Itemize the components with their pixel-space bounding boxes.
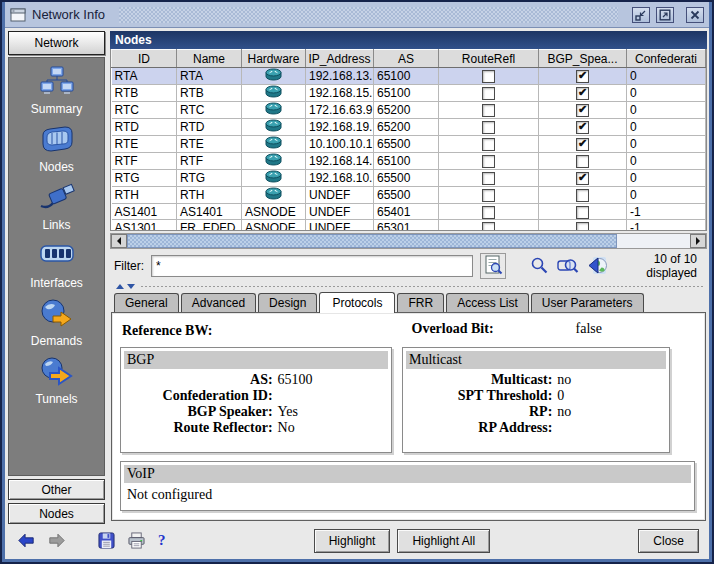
filter-input[interactable] (151, 255, 473, 277)
cell-confederation[interactable]: 0 (627, 102, 706, 119)
cell-route-refl[interactable] (439, 204, 539, 220)
table-row[interactable]: RTHRTH UNDEF655000 (112, 187, 706, 204)
column-header-ip-address[interactable]: IP_Address (306, 50, 374, 68)
cell-ip-address[interactable]: 192.168.13... (306, 68, 374, 85)
table-row[interactable]: RTFRTF 192.168.14...651000 (112, 153, 706, 170)
scroll-right-button[interactable] (690, 234, 706, 248)
checkbox-unchecked-icon[interactable] (576, 189, 589, 202)
cell-as[interactable]: 65500 (374, 136, 439, 153)
checkbox-unchecked-icon[interactable] (482, 138, 495, 151)
zoom-in-button[interactable] (528, 255, 550, 277)
cell-route-refl[interactable] (439, 153, 539, 170)
cell-ip-address[interactable]: 10.100.10.1 (306, 136, 374, 153)
cell-confederation[interactable]: -1 (627, 204, 706, 220)
tab-user-parameters[interactable]: User Parameters (531, 293, 644, 312)
cell-ip-address[interactable]: 192.168.15... (306, 85, 374, 102)
cell-name[interactable]: RTF (177, 153, 242, 170)
column-header-confederation[interactable]: Confederati (627, 50, 706, 68)
tab-design[interactable]: Design (258, 293, 317, 312)
cell-name[interactable]: RTD (177, 119, 242, 136)
cell-hardware[interactable] (242, 119, 306, 136)
scrollbar-thumb[interactable] (127, 234, 617, 248)
table-row[interactable]: RTDRTD 192.168.19...652000 (112, 119, 706, 136)
sidebar-item-interfaces[interactable]: Interfaces (9, 240, 104, 291)
cell-hardware[interactable]: ASNODE (242, 220, 306, 232)
shade-button[interactable] (632, 7, 650, 23)
nodes-view-button[interactable]: Nodes (8, 503, 105, 524)
cell-hardware[interactable] (242, 153, 306, 170)
table-row[interactable]: RTGRTG 192.168.10...655000 (112, 170, 706, 187)
cell-confederation[interactable]: 0 (627, 68, 706, 85)
cell-name[interactable]: RTG (177, 170, 242, 187)
cell-bgp-speaker[interactable] (539, 102, 627, 119)
cell-ip-address[interactable]: 192.168.10... (306, 170, 374, 187)
checkbox-unchecked-icon[interactable] (576, 155, 589, 168)
cell-name[interactable]: RTH (177, 187, 242, 204)
cell-as[interactable]: 65100 (374, 153, 439, 170)
cell-confederation[interactable]: 0 (627, 85, 706, 102)
network-button[interactable]: Network (8, 31, 105, 55)
checkbox-unchecked-icon[interactable] (482, 70, 495, 83)
cell-confederation[interactable]: 0 (627, 170, 706, 187)
table-row[interactable]: RTARTA 192.168.13...651000 (112, 68, 706, 85)
cell-id[interactable]: AS1401 (112, 204, 177, 220)
tab-protocols[interactable]: Protocols (319, 292, 395, 313)
cell-hardware[interactable] (242, 85, 306, 102)
cell-ip-address[interactable]: UNDEF (306, 204, 374, 220)
checkbox-unchecked-icon[interactable] (482, 189, 495, 202)
split-divider[interactable] (110, 282, 707, 291)
sidebar-item-summary[interactable]: Summary (9, 66, 104, 117)
cell-route-refl[interactable] (439, 136, 539, 153)
cell-name[interactable]: RTA (177, 68, 242, 85)
help-button[interactable]: ? (158, 532, 166, 549)
column-header-bgp-speaker[interactable]: BGP_Spea... (539, 50, 627, 68)
cell-confederation[interactable]: 0 (627, 136, 706, 153)
cell-route-refl[interactable] (439, 187, 539, 204)
other-button[interactable]: Other (8, 479, 105, 500)
cell-as[interactable]: 65301 (374, 220, 439, 232)
cell-id[interactable]: RTA (112, 68, 177, 85)
cell-id[interactable]: RTE (112, 136, 177, 153)
checkbox-unchecked-icon[interactable] (576, 222, 589, 231)
collapse-up-icon[interactable] (116, 280, 124, 289)
scrollbar-track[interactable] (127, 234, 690, 248)
cell-confederation[interactable]: 0 (627, 119, 706, 136)
horizontal-scrollbar[interactable] (110, 233, 707, 249)
cell-route-refl[interactable] (439, 102, 539, 119)
checkbox-checked-icon[interactable] (576, 138, 589, 151)
cell-confederation[interactable]: 0 (627, 153, 706, 170)
cell-id[interactable]: RTD (112, 119, 177, 136)
cell-route-refl[interactable] (439, 220, 539, 232)
checkbox-unchecked-icon[interactable] (482, 87, 495, 100)
cell-id[interactable]: AS1301 (112, 220, 177, 232)
table-row[interactable]: AS1301FR_EDFD...ASNODEUNDEF65301-1 (112, 220, 706, 232)
cell-as[interactable]: 65401 (374, 204, 439, 220)
checkbox-unchecked-icon[interactable] (482, 121, 495, 134)
cell-name[interactable]: AS1401 (177, 204, 242, 220)
table-row[interactable]: RTBRTB 192.168.15...651000 (112, 85, 706, 102)
checkbox-unchecked-icon[interactable] (482, 172, 495, 185)
cell-route-refl[interactable] (439, 68, 539, 85)
tab-general[interactable]: General (114, 293, 179, 312)
cell-bgp-speaker[interactable] (539, 119, 627, 136)
cell-id[interactable]: RTF (112, 153, 177, 170)
cell-ip-address[interactable]: UNDEF (306, 187, 374, 204)
cell-as[interactable]: 65500 (374, 170, 439, 187)
cell-id[interactable]: RTC (112, 102, 177, 119)
checkbox-checked-icon[interactable] (576, 172, 589, 185)
cell-name[interactable]: RTB (177, 85, 242, 102)
maximize-button[interactable] (656, 7, 674, 23)
table-row[interactable]: AS1401AS1401ASNODEUNDEF65401-1 (112, 204, 706, 220)
zoom-region-button[interactable] (557, 255, 579, 277)
cell-as[interactable]: 65200 (374, 119, 439, 136)
report-search-button[interactable] (480, 253, 506, 279)
table-row[interactable]: RTERTE 10.100.10.1655000 (112, 136, 706, 153)
checkbox-unchecked-icon[interactable] (482, 206, 495, 219)
highlight-all-button[interactable]: Highlight All (397, 529, 490, 553)
cell-name[interactable]: RTE (177, 136, 242, 153)
cell-as[interactable]: 65500 (374, 187, 439, 204)
cell-ip-address[interactable]: 192.168.19... (306, 119, 374, 136)
cell-hardware[interactable] (242, 187, 306, 204)
cell-hardware[interactable] (242, 136, 306, 153)
close-button[interactable] (686, 7, 704, 23)
